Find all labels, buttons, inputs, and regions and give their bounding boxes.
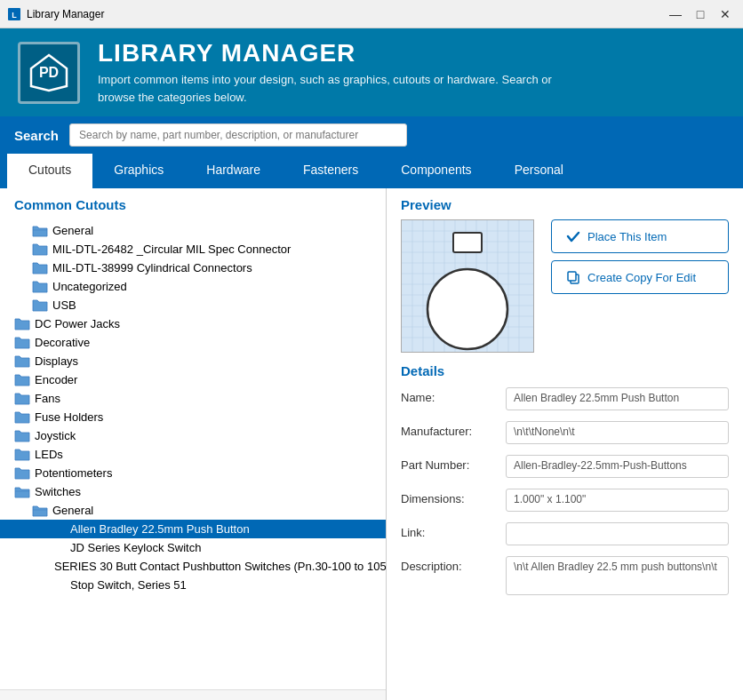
- preview-actions: Place This Item Create Copy For Edit: [551, 219, 729, 294]
- window-title: Library Manager: [27, 8, 665, 20]
- app-icon: L: [7, 7, 21, 21]
- tree-item[interactable]: Decorative: [0, 333, 386, 352]
- tree-item[interactable]: Fans: [0, 389, 386, 408]
- main-content: Common Cutouts GeneralMIL-DTL-26482 _Cir…: [0, 188, 743, 700]
- tree-item[interactable]: Fuse Holders: [0, 408, 386, 426]
- place-item-label: Place This Item: [587, 230, 667, 243]
- folder-closed-icon: [14, 411, 30, 424]
- svg-rect-29: [453, 233, 482, 252]
- name-label: Name:: [401, 387, 499, 404]
- left-panel: Common Cutouts GeneralMIL-DTL-26482 _Cir…: [0, 188, 387, 700]
- tab-fasteners[interactable]: Fasteners: [282, 154, 379, 188]
- folder-closed-icon: [32, 281, 48, 293]
- tree-item-label: DC Power Jacks: [35, 317, 120, 330]
- header-text-block: LIBRARY MANAGER Import common items into…: [98, 39, 552, 106]
- tree-item[interactable]: Joystick: [0, 426, 386, 445]
- folder-closed-icon: [14, 318, 30, 330]
- left-panel-title: Common Cutouts: [0, 188, 386, 218]
- logo-svg: PD: [27, 51, 71, 95]
- tree-item-label: Stop Switch, Series 51: [70, 578, 187, 592]
- link-value: [506, 522, 729, 545]
- dimensions-label: Dimensions:: [401, 489, 499, 505]
- name-value: Allen Bradley 22.5mm Push Button: [506, 387, 729, 410]
- tab-cutouts[interactable]: Cutouts: [7, 154, 92, 188]
- tree-item-label: General: [52, 224, 93, 237]
- folder-closed-icon: [14, 355, 30, 368]
- maximize-button[interactable]: □: [690, 4, 711, 25]
- tree-item[interactable]: JD Series Keylock Switch: [0, 538, 386, 557]
- folder-open-icon: [32, 225, 48, 237]
- tree-item[interactable]: MIL-DTL-26482 _Circular MIL Spec Connect…: [0, 240, 386, 259]
- folder-closed-icon: [32, 299, 48, 312]
- app-logo: PD: [18, 42, 80, 104]
- part-number-value: Allen-Bradley-22.5mm-Push-Buttons: [506, 455, 729, 478]
- tree-item[interactable]: MIL-DTL-38999 Cylindrical Connectors: [0, 259, 386, 277]
- tree-item-label: USB: [52, 298, 76, 312]
- search-bar: Search: [0, 116, 743, 154]
- create-copy-button[interactable]: Create Copy For Edit: [551, 260, 729, 294]
- part-number-label: Part Number:: [401, 455, 499, 472]
- dimensions-value: 1.000" x 1.100": [506, 489, 729, 512]
- details-title: Details: [401, 363, 729, 378]
- folder-closed-icon: [32, 262, 48, 274]
- tree-item[interactable]: Encoder: [0, 370, 386, 389]
- tree-item-label: Displays: [35, 354, 78, 368]
- detail-row-link: Link:: [401, 522, 729, 545]
- folder-closed-icon: [14, 467, 30, 480]
- tree-item[interactable]: Allen Bradley 22.5mm Push Button: [0, 520, 386, 538]
- details-section: Details Name: Allen Bradley 22.5mm Push …: [401, 363, 729, 595]
- tab-graphics[interactable]: Graphics: [92, 154, 185, 188]
- tree-item[interactable]: DC Power Jacks: [0, 314, 386, 333]
- minimize-button[interactable]: —: [665, 4, 686, 25]
- tree-item[interactable]: Stop Switch, Series 51: [0, 576, 386, 594]
- preview-title: Preview: [401, 197, 729, 212]
- tree-item-label: MIL-DTL-38999 Cylindrical Connectors: [52, 261, 252, 274]
- place-item-button[interactable]: Place This Item: [551, 219, 729, 253]
- folder-closed-icon: [14, 374, 30, 386]
- svg-text:L: L: [12, 11, 17, 20]
- tree-item-label: Switches: [35, 485, 81, 498]
- detail-row-dimensions: Dimensions: 1.000" x 1.100": [401, 489, 729, 512]
- manufacturer-value: \n\t\tNone\n\t: [506, 421, 729, 444]
- tree-item-label: SERIES 30 Butt Contact Pushbutton Switch…: [54, 560, 386, 573]
- folder-closed-icon: [14, 449, 30, 461]
- tree-container[interactable]: GeneralMIL-DTL-26482 _Circular MIL Spec …: [0, 218, 386, 689]
- svg-point-30: [427, 269, 507, 349]
- link-label: Link:: [401, 522, 499, 539]
- title-bar: L Library Manager — □ ✕: [0, 0, 743, 28]
- tree-item-label: Fuse Holders: [35, 410, 103, 424]
- folder-closed-icon: [14, 393, 30, 405]
- tree-item[interactable]: Displays: [0, 352, 386, 370]
- tree-item[interactable]: Switches: [0, 482, 386, 501]
- horizontal-scrollbar[interactable]: [0, 689, 386, 700]
- detail-row-name: Name: Allen Bradley 22.5mm Push Button: [401, 387, 729, 410]
- description-label: Description:: [401, 556, 499, 573]
- tab-personal[interactable]: Personal: [493, 154, 585, 188]
- tree-item-label: Encoder: [35, 373, 77, 386]
- tab-components[interactable]: Components: [379, 154, 492, 188]
- tree-item-label: Joystick: [35, 429, 76, 442]
- tree-item[interactable]: General: [0, 221, 386, 240]
- checkmark-icon: [566, 229, 580, 243]
- tree-item-label: Fans: [35, 392, 60, 405]
- folder-open-icon: [32, 505, 48, 517]
- tree-item[interactable]: Uncategorized: [0, 277, 386, 296]
- tree-item[interactable]: SERIES 30 Butt Contact Pushbutton Switch…: [0, 557, 386, 576]
- tree-item-label: Uncategorized: [52, 280, 127, 293]
- app-description: Import common items into your design, su…: [98, 71, 552, 106]
- detail-row-manufacturer: Manufacturer: \n\t\tNone\n\t: [401, 421, 729, 444]
- tree-item-label: General: [52, 504, 93, 517]
- close-button[interactable]: ✕: [715, 4, 736, 25]
- search-input[interactable]: [69, 123, 407, 147]
- tree-item[interactable]: Potentiometers: [0, 464, 386, 482]
- tree-item[interactable]: LEDs: [0, 445, 386, 464]
- svg-rect-5: [568, 272, 576, 281]
- right-panel: Preview Place This Item Create Copy For …: [387, 188, 743, 700]
- tree-item-label: Allen Bradley 22.5mm Push Button: [70, 522, 250, 536]
- tab-hardware[interactable]: Hardware: [185, 154, 282, 188]
- tree-item-label: JD Series Keylock Switch: [70, 541, 201, 554]
- tree-item[interactable]: General: [0, 501, 386, 520]
- category-tabs: Cutouts Graphics Hardware Fasteners Comp…: [0, 154, 743, 188]
- tree-item-label: LEDs: [35, 448, 63, 461]
- tree-item[interactable]: USB: [0, 296, 386, 314]
